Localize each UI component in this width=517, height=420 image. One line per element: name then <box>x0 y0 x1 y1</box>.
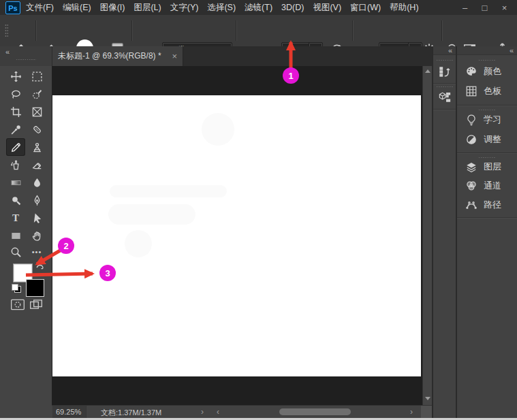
menu-window[interactable]: 窗口(W) <box>350 2 381 14</box>
history-panel-button[interactable] <box>433 65 456 78</box>
panel-button-adjustments[interactable]: 调整 <box>457 133 517 146</box>
toolbar-header: « <box>0 46 52 67</box>
panel-button-color[interactable]: 颜色 <box>457 65 517 78</box>
menu-image[interactable]: 图像(I) <box>100 2 125 14</box>
panel-collapse-header[interactable]: « <box>433 46 456 55</box>
background-color-swatch[interactable] <box>26 279 44 297</box>
hand-tool[interactable] <box>28 227 46 244</box>
pen-tool[interactable] <box>28 192 46 208</box>
brush-mark <box>202 113 234 146</box>
collapse-toolbar-icon[interactable]: « <box>5 48 10 55</box>
panel-label: 图层 <box>484 161 501 173</box>
layers-icon <box>465 161 477 173</box>
crop-tool[interactable] <box>7 103 25 120</box>
paths-icon <box>465 199 477 211</box>
ellipsis-icon: ••• <box>32 248 42 256</box>
badge-number: 1 <box>288 71 293 81</box>
status-menu-arrow-icon[interactable]: › <box>201 408 204 416</box>
toolbar-grip[interactable] <box>16 59 36 61</box>
dodge-tool[interactable] <box>7 192 25 208</box>
panel-label: 路径 <box>484 199 501 211</box>
menu-type[interactable]: 文字(Y) <box>170 2 199 14</box>
menu-help[interactable]: 帮助(H) <box>390 2 418 14</box>
menu-file[interactable]: 文件(F) <box>26 2 54 14</box>
brush-mark <box>110 185 227 197</box>
menu-view[interactable]: 视图(V) <box>313 2 341 14</box>
document-canvas[interactable] <box>52 95 421 376</box>
annotation-badge-3: 3 <box>99 265 116 281</box>
default-colors-icon[interactable] <box>12 284 21 293</box>
blur-tool[interactable] <box>28 174 46 191</box>
options-grip[interactable] <box>5 24 8 37</box>
divider <box>35 20 37 41</box>
scroll-left-icon[interactable]: ‹ <box>217 408 219 416</box>
healing-brush-tool[interactable] <box>28 121 46 138</box>
menu-select[interactable]: 选择(S) <box>207 2 236 14</box>
zoom-level-field[interactable]: 69.25% <box>52 406 87 418</box>
tab-close-icon[interactable]: × <box>172 51 177 61</box>
panel-grip[interactable] <box>478 157 496 159</box>
marquee-tool[interactable] <box>28 68 46 84</box>
badge-number: 3 <box>105 268 110 278</box>
vertical-scrollbar[interactable] <box>422 66 433 405</box>
ps-logo: Ps <box>5 1 20 14</box>
horizontal-scrollbar-thumb[interactable] <box>279 408 351 415</box>
screen-mode-icon[interactable] <box>29 299 43 310</box>
divider <box>352 20 354 41</box>
scroll-down-icon[interactable] <box>425 397 430 400</box>
zoom-tool[interactable] <box>7 244 25 260</box>
annotation-badge-2: 2 <box>58 238 74 254</box>
menu-filter[interactable]: 滤镜(T) <box>245 2 272 14</box>
panel-grip[interactable] <box>436 59 454 62</box>
panel-button-channels[interactable]: 通道 <box>457 180 517 192</box>
divider <box>457 105 517 106</box>
libraries-panel-button[interactable] <box>433 91 456 103</box>
panel-label: 颜色 <box>484 65 501 78</box>
document-tab-title: 未标题-1 @ 69.3%(RGB/8) * <box>58 50 168 62</box>
panel-button-swatches[interactable]: 色板 <box>457 85 517 97</box>
history-brush-tool[interactable] <box>7 157 25 173</box>
gradient-tool[interactable] <box>7 174 25 191</box>
swap-colors-icon[interactable] <box>35 262 44 271</box>
collapse-panels-icon: « <box>448 47 452 54</box>
panel-grip[interactable] <box>478 59 496 62</box>
panel-button-paths[interactable]: 路径 <box>457 199 517 211</box>
lasso-tool[interactable] <box>7 86 25 102</box>
maximize-button[interactable]: □ <box>475 1 495 14</box>
move-tool[interactable] <box>7 68 25 84</box>
scroll-right-icon[interactable]: › <box>410 408 413 416</box>
menu-layer[interactable]: 图层(L) <box>134 2 161 14</box>
canvas-area[interactable] <box>52 66 432 405</box>
document-info: 文档:1.37M/1.37M <box>101 408 161 418</box>
menu-3d[interactable]: 3D(D) <box>281 3 304 12</box>
panel-collapse-header[interactable]: « <box>457 46 517 55</box>
quick-selection-tool[interactable] <box>28 86 46 102</box>
minimize-button[interactable]: – <box>455 1 475 14</box>
menu-edit[interactable]: 编辑(E) <box>63 2 91 14</box>
path-selection-tool[interactable] <box>28 210 46 226</box>
status-bar: 69.25% 文档:1.37M/1.37M › ‹ › <box>52 405 432 419</box>
close-button[interactable]: × <box>495 1 514 14</box>
zoom-level-value: 69.25% <box>56 408 81 416</box>
edit-toolbar-button[interactable]: ••• <box>28 244 46 260</box>
eyedropper-tool[interactable] <box>7 121 25 138</box>
panel-grip[interactable] <box>436 86 454 88</box>
pencil-tool[interactable] <box>7 139 25 155</box>
divider <box>236 20 237 41</box>
panel-button-layers[interactable]: 图层 <box>457 161 517 173</box>
scrollbar-corner <box>421 406 432 419</box>
window-controls: – □ × <box>455 0 514 15</box>
badge-number: 2 <box>63 241 68 251</box>
scroll-up-icon[interactable] <box>425 69 430 73</box>
panel-button-learn[interactable]: 学习 <box>457 114 517 126</box>
panel-column-narrow: « <box>433 46 456 418</box>
document-tab[interactable]: 未标题-1 @ 69.3%(RGB/8) * × <box>52 46 183 66</box>
rectangle-tool[interactable] <box>7 227 25 244</box>
panel-label: 色板 <box>484 85 501 97</box>
frame-tool[interactable] <box>28 103 46 120</box>
panel-grip[interactable] <box>478 109 496 112</box>
clone-stamp-tool[interactable] <box>28 139 46 155</box>
eraser-tool[interactable] <box>28 157 46 173</box>
type-tool[interactable]: T <box>7 210 25 226</box>
quick-mask-icon[interactable] <box>10 298 25 311</box>
